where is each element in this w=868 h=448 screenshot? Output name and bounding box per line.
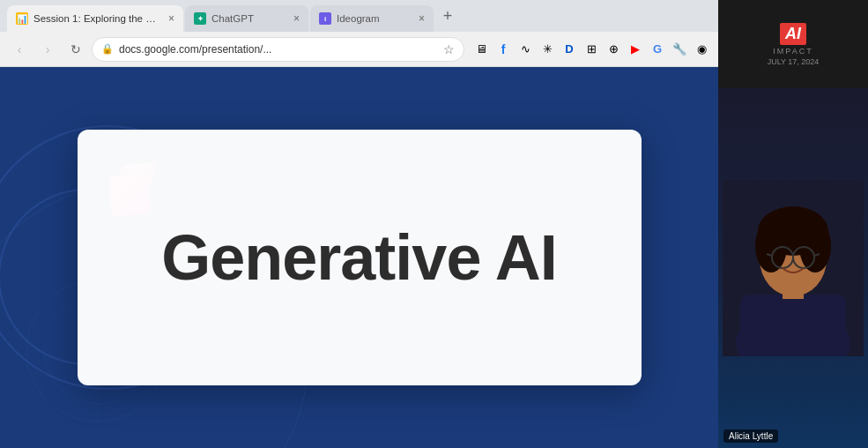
tab-slides-label: Session 1: Exploring the Late... [33, 13, 160, 24]
logo-subtitle: IMPACT [773, 47, 812, 56]
grid-icon[interactable]: ⊞ [582, 40, 601, 59]
bookmark-icon[interactable]: ☆ [443, 42, 455, 56]
screen-icon[interactable]: 🖥 [471, 40, 491, 59]
tab-slides-close[interactable]: × [168, 12, 174, 25]
analytics-icon[interactable]: ∿ [516, 40, 535, 59]
tab-chatgpt-close[interactable]: × [293, 12, 300, 25]
facebook-icon[interactable]: f [493, 40, 513, 59]
chatgpt-favicon: ✦ [194, 12, 206, 25]
settings-icon[interactable]: 🔧 [670, 40, 689, 59]
logo-date: JULY 17, 2024 [768, 57, 820, 66]
svg-point-11 [799, 220, 831, 273]
tab-chatgpt-label: ChatGPT [211, 13, 285, 24]
d-icon[interactable]: D [560, 40, 579, 59]
event-logo: AI IMPACT JULY 17, 2024 [718, 0, 868, 88]
video-person-label: Alicia Lyttle [723, 429, 778, 443]
reload-button[interactable]: ↻ [63, 37, 88, 62]
presentation-area: Generative AI [0, 67, 718, 448]
g-icon[interactable]: G [648, 40, 667, 59]
address-bar: ‹ › ↻ 🔒 docs.google.com/presentation/...… [0, 32, 718, 67]
tab-bar: 📊 Session 1: Exploring the Late... × ✦ C… [0, 0, 718, 32]
video-feed: Alicia Lyttle [718, 88, 868, 448]
spark-icon[interactable]: ✳ [538, 40, 557, 59]
url-bar[interactable]: 🔒 docs.google.com/presentation/... ☆ [92, 37, 464, 62]
svg-rect-6 [740, 295, 846, 356]
ideogram-favicon: i [319, 12, 331, 25]
new-tab-button[interactable]: + [435, 4, 460, 28]
youtube-icon[interactable]: ▶ [626, 40, 645, 59]
svg-point-10 [755, 220, 787, 273]
tab-ideogram-close[interactable]: × [419, 12, 425, 25]
logo-ai-text: AI [780, 23, 806, 45]
browser-window: 📊 Session 1: Exploring the Late... × ✦ C… [0, 0, 718, 448]
extension-icon[interactable]: ◉ [692, 40, 711, 59]
back-button[interactable]: ‹ [7, 37, 32, 62]
right-panel: AI IMPACT JULY 17, 2024 [718, 0, 868, 448]
slide-title: Generative AI [161, 221, 557, 294]
slides-favicon: 📊 [16, 12, 28, 25]
tab-ideogram[interactable]: i Ideogram × [310, 5, 434, 32]
toolbar-icons: 🖥 f ∿ ✳ D ⊞ ⊕ ▶ G 🔧 ◉ [471, 40, 711, 59]
tab-ideogram-label: Ideogram [337, 13, 410, 24]
video-person [718, 88, 868, 448]
forward-button[interactable]: › [35, 37, 60, 62]
tab-slides[interactable]: 📊 Session 1: Exploring the Late... × [7, 5, 183, 32]
person-avatar [723, 180, 864, 356]
tab-chatgpt[interactable]: ✦ ChatGPT × [185, 5, 308, 32]
slide-card: Generative AI [78, 130, 642, 385]
url-text: docs.google.com/presentation/... [119, 43, 438, 56]
plus-circle-icon[interactable]: ⊕ [604, 40, 623, 59]
lock-icon: 🔒 [101, 43, 114, 55]
